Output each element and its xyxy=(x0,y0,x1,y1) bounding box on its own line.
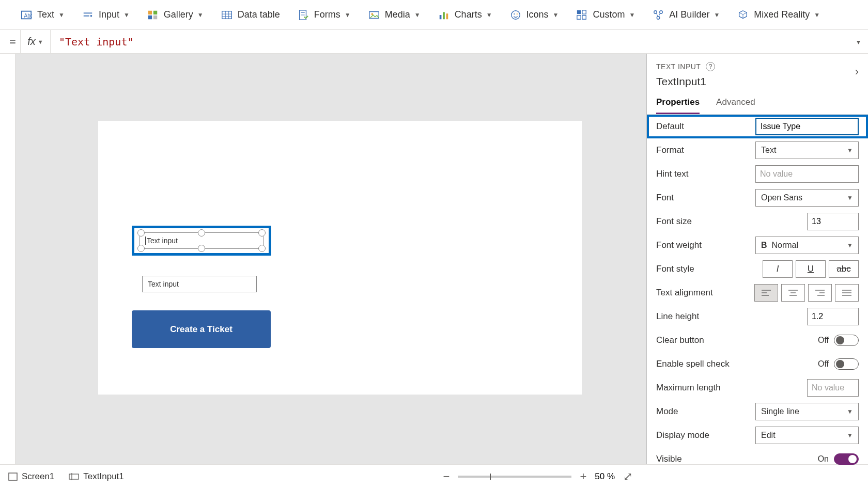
insert-data-table[interactable]: Data table xyxy=(221,9,280,21)
align-left-button[interactable] xyxy=(754,284,778,302)
zoom-slider[interactable] xyxy=(458,476,571,478)
control-type: TEXT INPUT ? xyxy=(656,62,859,71)
insert-gallery[interactable]: Gallery▼ xyxy=(147,9,204,21)
fx-button[interactable]: fx▼ xyxy=(21,30,51,53)
align-right-icon xyxy=(815,289,825,296)
textinput-icon xyxy=(69,473,79,481)
create-ticket-button[interactable]: Create a Ticket xyxy=(132,310,271,348)
align-right-button[interactable] xyxy=(808,284,832,302)
prop-hint: Hint text xyxy=(647,162,868,186)
chevron-down-icon: ▼ xyxy=(847,147,853,154)
formula-input[interactable] xyxy=(51,30,848,53)
insert-custom[interactable]: Custom▼ xyxy=(576,9,635,21)
chevron-down-icon: ▼ xyxy=(847,408,853,415)
resize-handle[interactable] xyxy=(137,245,145,252)
insert-icons[interactable]: Icons▼ xyxy=(510,9,559,21)
props-tabs: Properties Advanced xyxy=(647,92,868,115)
label: Icons xyxy=(526,9,549,20)
forms-icon xyxy=(298,9,309,21)
svg-rect-25 xyxy=(577,10,581,13)
zoom-in-button[interactable]: + xyxy=(580,470,586,483)
formula-expand-button[interactable]: ▾ xyxy=(848,38,868,46)
textinput2-field[interactable]: Text input xyxy=(142,276,257,292)
align-center-button[interactable] xyxy=(781,284,805,302)
crumb-control[interactable]: TextInput1 xyxy=(69,471,123,482)
insert-mixed-reality[interactable]: Mixed Reality▼ xyxy=(737,9,820,21)
svg-rect-5 xyxy=(148,10,152,14)
resize-handle[interactable] xyxy=(198,229,205,237)
prop-label: Font style xyxy=(656,264,694,274)
gallery-icon xyxy=(147,9,159,21)
table-icon xyxy=(221,9,233,21)
spell-toggle[interactable] xyxy=(834,358,859,370)
label: Forms xyxy=(314,9,340,20)
display-select[interactable]: Edit▼ xyxy=(755,427,859,444)
svg-rect-9 xyxy=(222,11,231,19)
italic-button[interactable]: I xyxy=(763,260,793,278)
collapse-icon[interactable]: › xyxy=(855,65,859,78)
crumb-label: Screen1 xyxy=(22,471,54,482)
svg-point-24 xyxy=(516,13,517,14)
resize-handle[interactable] xyxy=(198,245,205,252)
default-input[interactable] xyxy=(755,118,859,135)
tab-advanced[interactable]: Advanced xyxy=(716,97,755,114)
align-justify-icon xyxy=(842,289,851,296)
prop-label: Line height xyxy=(656,311,699,322)
prop-textalign: Text alignment xyxy=(647,281,868,305)
insert-media[interactable]: Media▼ xyxy=(368,9,421,21)
chevron-down-icon: ▼ xyxy=(847,194,853,201)
canvas[interactable]: Text input Text input Create a Ticket xyxy=(16,54,646,464)
zoom-controls: − + 50 % ⤢ xyxy=(443,470,632,483)
prop-label: Default xyxy=(656,121,684,132)
svg-rect-8 xyxy=(153,15,157,19)
label: Custom xyxy=(593,9,625,20)
control-name[interactable]: TextInput1 xyxy=(656,75,859,88)
format-select[interactable]: Text▼ xyxy=(755,141,859,159)
resize-handle[interactable] xyxy=(258,229,266,237)
label: Data table xyxy=(238,9,280,20)
chevron-down-icon: ▼ xyxy=(847,432,853,439)
insert-forms[interactable]: Forms▼ xyxy=(298,9,351,21)
media-icon xyxy=(368,9,380,21)
resize-handle[interactable] xyxy=(137,229,145,237)
visible-toggle-wrap: On xyxy=(818,453,859,465)
equals-label: = xyxy=(5,30,21,53)
selected-textinput1[interactable]: Text input xyxy=(132,226,271,256)
insert-input[interactable]: Input▼ xyxy=(82,9,130,21)
clear-toggle[interactable] xyxy=(834,335,859,346)
svg-line-32 xyxy=(657,13,658,16)
underline-button[interactable]: U xyxy=(796,260,826,278)
lineheight-input[interactable] xyxy=(807,308,859,325)
input-icon xyxy=(82,9,94,21)
insert-ai-builder[interactable]: AI Builder▼ xyxy=(653,9,720,21)
insert-charts[interactable]: Charts▼ xyxy=(438,9,492,21)
hint-input[interactable] xyxy=(755,165,859,183)
zoom-percent: 50 % xyxy=(595,471,615,482)
text-cursor-icon xyxy=(145,237,146,245)
visible-toggle[interactable] xyxy=(834,453,859,465)
strike-button[interactable]: abc xyxy=(829,260,859,278)
canvas-page xyxy=(98,121,582,395)
select-value: Edit xyxy=(761,431,776,440)
left-rail xyxy=(0,54,16,464)
prop-fontweight: Font weight B Normal▼ xyxy=(647,233,868,257)
align-justify-button[interactable] xyxy=(835,284,859,302)
fontsize-input[interactable] xyxy=(807,213,859,230)
help-icon[interactable]: ? xyxy=(706,62,715,71)
maxlen-input[interactable] xyxy=(807,379,859,397)
chevron-down-icon: ▼ xyxy=(345,11,351,19)
chevron-down-icon: ▼ xyxy=(629,11,635,19)
font-select[interactable]: Open Sans▼ xyxy=(755,189,859,207)
ai-builder-icon xyxy=(653,9,664,21)
crumb-screen[interactable]: Screen1 xyxy=(8,471,54,482)
tab-properties[interactable]: Properties xyxy=(656,97,700,114)
zoom-out-button[interactable]: − xyxy=(443,470,450,483)
insert-text[interactable]: Abc Text▼ xyxy=(21,9,65,21)
fontweight-select[interactable]: B Normal▼ xyxy=(755,237,859,254)
prop-fontsize: Font size xyxy=(647,210,868,233)
icons-icon xyxy=(510,9,521,21)
mode-select[interactable]: Single line▼ xyxy=(755,403,859,420)
fit-screen-button[interactable]: ⤢ xyxy=(623,470,632,483)
chevron-down-icon: ▼ xyxy=(814,11,820,19)
resize-handle[interactable] xyxy=(258,245,266,252)
